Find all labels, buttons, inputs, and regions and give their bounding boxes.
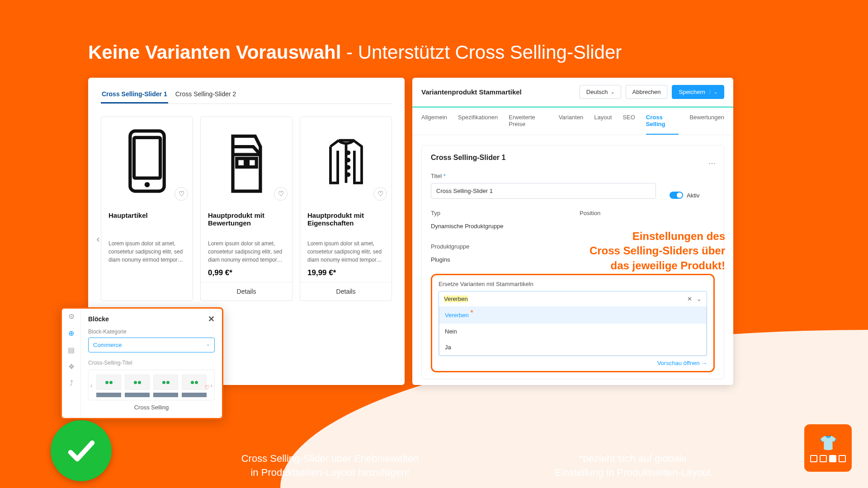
share-icon[interactable]: ⤴ xyxy=(70,379,73,387)
layers-icon[interactable]: ❖ xyxy=(68,362,75,371)
product-title: Hauptprodukt mit Bewertungen xyxy=(208,211,285,230)
wishlist-icon[interactable]: ♡ xyxy=(175,187,188,201)
thumb-prev-icon[interactable]: ‹ xyxy=(90,382,93,389)
tab-seo[interactable]: SEO xyxy=(623,108,635,135)
product-price: 0,99 €* xyxy=(201,268,292,282)
admin-title: Variantenprodukt Stammartikel xyxy=(421,88,522,96)
svg-point-8 xyxy=(347,174,349,176)
option-no[interactable]: Nein xyxy=(439,324,706,339)
thumb-next-icon[interactable]: › xyxy=(210,382,212,389)
blocks-subtitle: Cross-Selling-Titel xyxy=(88,360,215,366)
group-value: Plugins xyxy=(431,253,566,266)
product-card[interactable]: ♡ Hauptprodukt mit BewertungenLorem ipsu… xyxy=(200,117,292,301)
svg-rect-1 xyxy=(134,137,160,178)
product-desc: Lorem ipsum dolor sit amet, consetetur s… xyxy=(307,239,384,264)
doc-icon[interactable]: ▤ xyxy=(68,346,75,354)
annotation-right: Einstellungen desCross Selling-Sliders ü… xyxy=(590,229,725,273)
blocks-sidebar: ⚙ ⊕ ▤ ❖ ⤴ xyxy=(62,309,81,418)
title-label: Titel * xyxy=(431,173,656,179)
admin-panel: Variantenprodukt Stammartikel Deutsch⌄ A… xyxy=(412,78,733,385)
tab-variants[interactable]: Varianten xyxy=(559,108,584,135)
more-icon[interactable]: ⋯ xyxy=(708,159,717,168)
clear-icon[interactable]: ✕ xyxy=(687,296,692,302)
chevron-down-icon: ⌄ xyxy=(710,89,717,94)
block-item-label: Cross Selling xyxy=(88,404,215,411)
wishlist-icon[interactable]: ♡ xyxy=(373,187,387,201)
cancel-button[interactable]: Abbrechen xyxy=(626,85,668,99)
svg-point-7 xyxy=(347,166,349,169)
tab-reviews[interactable]: Bewertungen xyxy=(689,108,724,135)
block-category-select[interactable]: Commerce⌄ xyxy=(88,338,215,352)
tab-general[interactable]: Allgemein xyxy=(421,108,447,135)
svg-point-6 xyxy=(347,159,349,161)
tab-cross-selling[interactable]: Cross Selling xyxy=(646,108,679,135)
type-value: Dynamische Produktgruppe xyxy=(431,220,566,232)
preview-link[interactable]: Vorschau öffnen → xyxy=(439,360,707,366)
blocks-title: Blöcke xyxy=(88,315,109,323)
save-button[interactable]: Speichern⌄ xyxy=(672,85,724,99)
close-icon[interactable]: ✕ xyxy=(208,314,215,324)
title-input[interactable] xyxy=(431,183,656,199)
product-image: ♡ xyxy=(300,117,392,205)
position-label: Position xyxy=(580,210,715,216)
language-select[interactable]: Deutsch⌄ xyxy=(580,85,621,99)
brand-logo: 👕 xyxy=(804,424,852,472)
svg-point-5 xyxy=(347,152,349,154)
chevron-down-icon: ⌄ xyxy=(611,89,614,94)
product-title: Hauptartikel xyxy=(108,211,185,230)
block-preview[interactable]: ‹ › ♡ xyxy=(88,370,215,400)
product-desc: Lorem ipsum dolor sit amet, consetetur s… xyxy=(108,239,185,264)
tab-slider-2[interactable]: Cross Selling-Slider 2 xyxy=(175,90,237,103)
product-desc: Lorem ipsum dolor sit amet, consetetur s… xyxy=(208,239,285,264)
dropdown-list: Vererben * Nein Ja xyxy=(439,306,707,356)
gear-icon[interactable]: ⚙ xyxy=(68,312,75,321)
product-card[interactable]: ♡ HauptartikelLorem ipsum dolor sit amet… xyxy=(101,117,193,301)
caption-right: *bezieht sich auf globaleEinstellung in … xyxy=(533,452,732,480)
tab-specs[interactable]: Spezifikationen xyxy=(458,108,498,135)
caption-left: Cross Selling-Slider über Erlebniswelten… xyxy=(222,452,439,480)
slider-prev-icon[interactable]: ‹ xyxy=(93,234,104,245)
details-button[interactable]: Details xyxy=(300,282,392,300)
tab-slider-1[interactable]: Cross Selling-Slider 1 xyxy=(101,90,168,103)
product-image: ♡ xyxy=(201,117,292,205)
admin-tabs: Allgemein Spezifikationen Erweiterte Pre… xyxy=(412,107,733,135)
product-title: Hauptprodukt mit Eigenschaften xyxy=(307,211,384,230)
option-inherit[interactable]: Vererben * xyxy=(439,306,706,324)
svg-point-2 xyxy=(144,182,150,188)
wishlist-icon[interactable]: ♡ xyxy=(274,187,288,201)
group-label: Produktgruppe xyxy=(431,243,566,250)
details-button[interactable]: Details xyxy=(201,282,292,300)
product-slider: ‹ ♡ HauptartikelLorem ipsum dolor sit am… xyxy=(101,117,392,301)
chevron-down-icon: ⌄ xyxy=(206,342,210,348)
replace-label: Ersetze Varianten mit Stammartikeln xyxy=(439,281,707,287)
block-category-label: Block-Kategorie xyxy=(88,328,215,335)
heart-icon: ♡ xyxy=(204,384,210,391)
success-check-icon xyxy=(51,420,112,481)
option-yes[interactable]: Ja xyxy=(439,339,706,355)
add-icon[interactable]: ⊕ xyxy=(68,329,74,338)
tab-layout[interactable]: Layout xyxy=(594,108,612,135)
product-image: ♡ xyxy=(101,117,193,205)
tab-prices[interactable]: Erweiterte Preise xyxy=(509,108,547,135)
svg-rect-3 xyxy=(236,159,245,167)
product-card[interactable]: ♡ Hauptprodukt mit EigenschaftenLorem ip… xyxy=(300,117,392,301)
slider-tabs: Cross Selling-Slider 1 Cross Selling-Sli… xyxy=(101,90,392,104)
card-title: Cross Selling-Slider 1 xyxy=(431,154,715,162)
replace-combobox[interactable]: Vererben✕⌄ Vererben * Nein Ja xyxy=(439,291,707,356)
product-price: 19,99 €* xyxy=(300,268,392,282)
chevron-down-icon[interactable]: ⌄ xyxy=(697,296,702,302)
svg-rect-4 xyxy=(248,159,256,167)
active-toggle[interactable]: Aktiv xyxy=(670,192,699,199)
page-heading: Keine Varianten Vorauswahl - Unterstützt… xyxy=(88,42,622,63)
shirt-icon: 👕 xyxy=(819,434,837,451)
type-label: Typ xyxy=(431,210,566,216)
blocks-popover: ⚙ ⊕ ▤ ❖ ⤴ Blöcke✕ Block-Kategorie Commer… xyxy=(61,307,223,419)
highlighted-setting: Ersetze Varianten mit Stammartikeln Vere… xyxy=(431,274,715,372)
